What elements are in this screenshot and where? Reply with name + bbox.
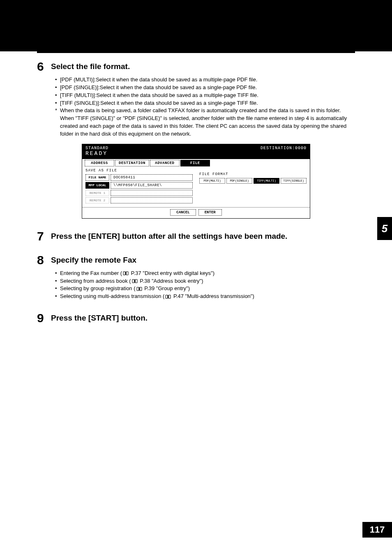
lcd-footer: CANCEL ENTER: [82, 207, 310, 218]
bullet-item: [PDF (MULTI)]:Select it when the data sh…: [54, 76, 355, 84]
remote-1-value: [111, 190, 193, 196]
cancel-button[interactable]: CANCEL: [170, 209, 196, 216]
bullet-ref: P.37 "Direct entry with digital keys"): [129, 270, 214, 276]
book-icon: [132, 279, 138, 283]
lcd-screenshot: STANDARD READY DESTINATION:0000 ADDRESS …: [82, 144, 310, 219]
step-8-bullets: Entering the Fax number ( P.37 "Direct e…: [54, 270, 355, 300]
file-name-button[interactable]: FILE NAME: [85, 174, 109, 181]
mfp-local-value: \\MFP850\FILE_SHARE\: [111, 182, 193, 189]
tab-advanced[interactable]: ADVANCED: [150, 160, 180, 166]
tab-address[interactable]: ADDRESS: [85, 160, 114, 166]
page-number: 117: [362, 522, 392, 538]
format-pdf-single[interactable]: PDF(SINGLE): [226, 178, 252, 184]
save-as-file-label: SAVE AS FILE: [85, 169, 193, 173]
book-icon: [165, 295, 171, 299]
file-format-label: FILE FORMAT: [199, 172, 307, 176]
bullet-item: Selecting using multi-address transmissi…: [54, 293, 355, 300]
format-pdf-multi[interactable]: PDF(MULTI): [199, 178, 225, 184]
bullet-ref: P.47 "Multi-address transmission"): [172, 293, 254, 299]
tab-destination[interactable]: DESTINATION: [115, 160, 149, 166]
step-title: Press the [ENTER] button after all the s…: [51, 230, 287, 241]
step-number: 6: [37, 60, 51, 73]
book-icon: [123, 271, 129, 275]
remote-2-value: [111, 197, 193, 203]
bullet-item: Selecting from address book ( P.38 "Addr…: [54, 277, 355, 285]
mfp-local-button[interactable]: MFP LOCAL: [85, 182, 109, 189]
step-number: 8: [37, 254, 51, 266]
page-header-black: [0, 0, 392, 51]
tab-file[interactable]: FILE: [180, 160, 210, 166]
bullet-item: Entering the Fax number ( P.37 "Direct e…: [54, 270, 355, 277]
bullet-prefix: Selecting from address book (: [60, 278, 131, 284]
file-name-value: DOC050411: [111, 174, 193, 181]
bullet-ref: P.38 "Address book entry"): [138, 278, 203, 284]
step-6-footnote: When the data is being saved, a folder c…: [54, 107, 355, 138]
bullet-item: Selecting by group registration ( P.39 "…: [54, 285, 355, 293]
lcd-destination: DESTINATION:0000: [261, 146, 307, 150]
remote-2-button[interactable]: REMOTE 2: [85, 197, 109, 203]
bullet-ref: P.39 "Group entry"): [143, 285, 190, 291]
step-title: Specify the remote Fax: [51, 254, 136, 265]
step-title: Press the [START] button.: [51, 312, 148, 323]
remote-1-button[interactable]: REMOTE 1: [85, 190, 109, 196]
step-number: 7: [37, 230, 51, 242]
lcd-tabs: ADDRESS DESTINATION ADVANCED FILE: [82, 159, 310, 166]
chapter-tab: 5: [377, 217, 392, 240]
lcd-body: SAVE AS FILE FILE NAME DOC050411 MFP LOC…: [82, 166, 310, 207]
bullet-prefix: Selecting by group registration (: [60, 285, 136, 291]
bullet-item: [TIFF (MULTI)]:Select it when the data s…: [54, 92, 355, 99]
format-tiff-single[interactable]: TIFF(SINGLE): [281, 178, 307, 184]
step-number: 9: [37, 312, 51, 324]
bullet-item: [TIFF (SINGLE)]:Select it when the data …: [54, 99, 355, 107]
step-title: Select the file format.: [51, 60, 130, 71]
lcd-standard: STANDARD: [85, 146, 108, 150]
bullet-prefix: Entering the Fax number (: [60, 270, 122, 276]
step-6-bullets: [PDF (MULTI)]:Select it when the data sh…: [54, 76, 355, 107]
step-8: 8 Specify the remote Fax: [37, 254, 355, 266]
bullet-prefix: Selecting using multi-address transmissi…: [60, 293, 164, 299]
step-9: 9 Press the [START] button.: [37, 312, 355, 324]
bullet-item: [PDF (SINGLE)]:Select it when the data s…: [54, 84, 355, 92]
step-6: 6 Select the file format.: [37, 60, 355, 73]
format-tiff-multi[interactable]: TIFF(MULTI): [254, 178, 279, 184]
lcd-ready: READY: [85, 150, 108, 157]
horizontal-rule: [37, 51, 355, 53]
book-icon: [136, 287, 142, 291]
step-7: 7 Press the [ENTER] button after all the…: [37, 230, 355, 242]
enter-button[interactable]: ENTER: [198, 209, 222, 216]
lcd-header: STANDARD READY DESTINATION:0000: [82, 144, 310, 159]
